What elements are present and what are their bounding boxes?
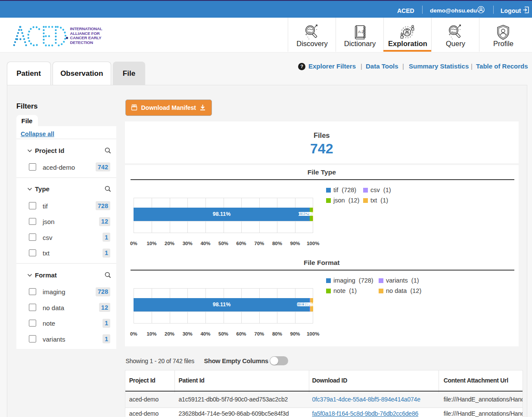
- svg-text:A-Z: A-Z: [358, 30, 364, 34]
